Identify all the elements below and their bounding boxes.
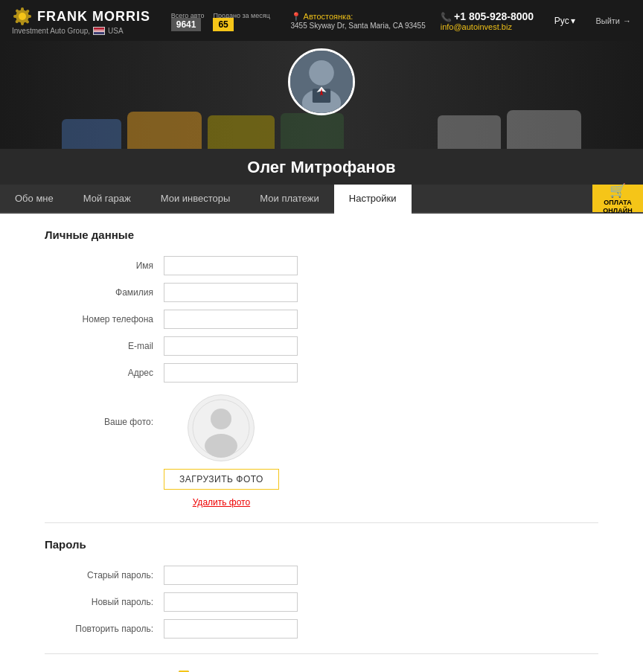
nav-tabs: Обо мне Мой гараж Мои инвесторы Мои плат… — [0, 185, 643, 214]
buy-online-button[interactable]: 🛒 ОПЛАТА ОНЛАЙН — [592, 185, 643, 212]
divider-1 — [45, 522, 598, 523]
svg-point-9 — [205, 434, 237, 458]
tab-about[interactable]: Обо мне — [0, 185, 68, 214]
confirm-password-group: Повторить пароль: — [45, 619, 598, 639]
user-avatar-wrapper — [288, 48, 355, 115]
chevron-down-icon: ▾ — [571, 16, 575, 26]
avatar-person-icon — [290, 51, 353, 113]
old-password-group: Старый пароль: — [45, 566, 598, 585]
phone-icon: 📞 — [441, 12, 454, 22]
address-field-group: Адрес — [45, 363, 598, 383]
cart-icon: 🛒 — [610, 182, 626, 199]
photo-placeholder — [188, 394, 255, 461]
user-name: Олег Митрофанов — [247, 158, 395, 176]
language-selector[interactable]: Рус ▾ — [554, 16, 575, 26]
total-cars-stat: Всего авто 9641 — [171, 12, 205, 30]
old-password-label: Старый пароль: — [45, 570, 164, 580]
sold-cars-stat: Продано за месяц 65 — [213, 12, 269, 30]
phone-input[interactable] — [164, 310, 298, 329]
password-title: Пароль — [45, 538, 598, 554]
surname-label: Фамилия — [45, 287, 164, 298]
content-area: Личные данные Имя Фамилия Номер телефона… — [0, 214, 643, 672]
phone-label: Номер телефона — [45, 314, 164, 324]
surname-input[interactable] — [164, 283, 298, 302]
person-placeholder-icon — [191, 398, 251, 458]
header-stats: Всего авто 9641 Продано за месяц 65 — [171, 12, 270, 30]
email-input[interactable] — [164, 336, 298, 356]
name-field-group: Имя — [45, 256, 598, 275]
phone-contact: 📞 +1 805-928-8000 info@autoinvest.biz — [441, 10, 534, 31]
new-password-group: Новый пароль: — [45, 592, 598, 612]
logout-icon: → — [623, 16, 631, 25]
address-label: Адрес — [45, 368, 164, 378]
user-name-section: Олег Митрофанов — [0, 149, 643, 185]
phone-number: 📞 +1 805-928-8000 — [441, 10, 534, 22]
name-input[interactable] — [164, 256, 298, 275]
divider-2 — [45, 653, 598, 654]
tab-payments[interactable]: Мои платежи — [245, 185, 334, 214]
newsletter-section: Рассылка Получать новостную рассылку — [45, 669, 598, 672]
hero-banner — [0, 41, 643, 149]
password-section: Пароль Старый пароль: Новый пароль: Повт… — [45, 538, 598, 639]
svg-point-8 — [211, 409, 231, 429]
tab-garage[interactable]: Мой гараж — [68, 185, 146, 214]
new-password-label: Новый пароль: — [45, 597, 164, 607]
photo-label: Ваше фото: — [45, 394, 164, 427]
newsletter-title: Рассылка — [45, 669, 134, 672]
personal-data-title: Личные данные — [45, 228, 598, 244]
name-label: Имя — [45, 260, 164, 271]
address-input[interactable] — [164, 363, 298, 383]
confirm-password-label: Повторить пароль: — [45, 624, 164, 634]
surname-field-group: Фамилия — [45, 283, 598, 302]
old-password-input[interactable] — [164, 566, 298, 585]
flag-icon — [93, 27, 105, 35]
logo-gear-icon — [12, 6, 33, 27]
address-contact: 📍 Автостоянка: 3455 Skyway Dr, Santa Mar… — [291, 12, 426, 30]
upload-photo-button[interactable]: ЗАГРУЗИТЬ ФОТО — [164, 469, 279, 490]
header: FRANK MORRIS Investment Auto Group, USA … — [0, 0, 643, 41]
svg-point-2 — [309, 60, 334, 86]
new-password-input[interactable] — [164, 592, 298, 612]
avatar — [288, 48, 355, 115]
logo: FRANK MORRIS Investment Auto Group, USA — [12, 6, 150, 35]
phone-field-group: Номер телефона — [45, 310, 598, 329]
logout-button[interactable]: Выйти → — [595, 16, 631, 25]
email-link[interactable]: info@autoinvest.biz — [441, 22, 512, 31]
logo-text: FRANK MORRIS — [37, 9, 150, 25]
tab-investors[interactable]: Мои инвесторы — [146, 185, 246, 214]
logo-subtitle: Investment Auto Group, USA — [12, 27, 150, 35]
photo-section: Ваше фото: ЗАГРУЗИТЬ ФОТО Удалить фото — [45, 394, 598, 508]
location-icon: 📍 Автостоянка: — [291, 12, 354, 22]
email-label: E-mail — [45, 341, 164, 351]
tab-settings[interactable]: Настройки — [334, 185, 412, 214]
confirm-password-input[interactable] — [164, 619, 298, 639]
delete-photo-link[interactable]: Удалить фото — [193, 497, 250, 508]
header-contact: 📍 Автостоянка: 3455 Skyway Dr, Santa Mar… — [291, 10, 534, 31]
email-field-group: E-mail — [45, 336, 598, 356]
